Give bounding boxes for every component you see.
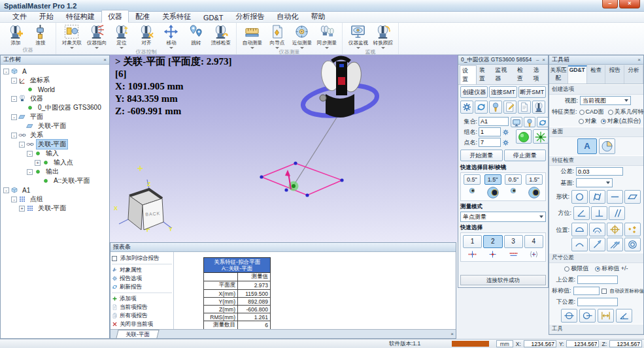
target-button-1[interactable]: 1.5" — [484, 174, 501, 185]
report-sidebar-item-7[interactable]: 当前项报告 — [112, 303, 172, 311]
quick-select-button-1[interactable]: 1 — [463, 235, 482, 248]
instrument-tab-0[interactable]: 设置 — [460, 65, 477, 84]
tree-item-9[interactable]: -输入 — [2, 149, 109, 158]
measured-plane[interactable] — [262, 163, 342, 195]
instrument-tab-4[interactable]: 选项 — [531, 65, 547, 84]
angularity-button[interactable] — [573, 206, 590, 220]
refresh-button[interactable] — [537, 117, 549, 127]
ribbon-button-instrument-pointing[interactable]: 仪器指向 — [84, 24, 109, 49]
quick-select-button-2[interactable]: 2 — [483, 235, 502, 248]
view-cube[interactable]: BACK Z X Y — [114, 180, 173, 232]
edit-doc-button[interactable] — [503, 101, 517, 114]
ribbon-button-add[interactable]: 添加 — [3, 24, 27, 47]
measure-pattern-1-icon[interactable] — [463, 249, 482, 259]
point-name-input[interactable] — [479, 138, 501, 147]
tree-expander-icon[interactable]: - — [3, 187, 9, 193]
tree-item-0[interactable]: -A — [2, 67, 109, 76]
close-button[interactable]: × — [619, 0, 640, 8]
circularity-button[interactable] — [571, 190, 588, 204]
instrument-close-icon[interactable]: × — [542, 57, 545, 63]
toolbox-tab-2[interactable]: 检查 — [587, 65, 606, 84]
tree-item-4[interactable]: -0_中圆仪器 GTS3600 — [2, 103, 109, 112]
instrument-tab-3[interactable]: 检查 — [515, 65, 531, 84]
total-runout-button[interactable] — [607, 238, 623, 251]
dim-mode-option-1[interactable]: 标称值 +/- — [595, 264, 628, 273]
doc-button[interactable] — [518, 101, 531, 114]
group-name-input[interactable] — [479, 127, 501, 136]
target-button-2[interactable]: 0.5" — [505, 174, 522, 185]
report-sidebar-item-0[interactable]: 添加到综合报告 — [112, 254, 172, 262]
instrument-top-button-1[interactable]: 连接SMT — [489, 86, 517, 98]
tree-item-5[interactable]: -平面 — [2, 112, 109, 121]
tree-item-12[interactable]: -A::关联-平面 — [2, 176, 109, 185]
profile-surface-button[interactable] — [571, 223, 588, 236]
toolbox-tab-4[interactable]: 分析 — [624, 65, 643, 84]
menu-item-4[interactable]: 配准 — [129, 10, 156, 22]
tree-expander-icon[interactable]: - — [11, 114, 17, 120]
datum-circle-button[interactable] — [599, 138, 615, 154]
refresh-button[interactable] — [475, 101, 488, 114]
menu-item-5[interactable]: 关系特征 — [156, 10, 197, 22]
tree-item-6[interactable]: -关联-平面 — [2, 121, 109, 131]
tree-expander-icon[interactable]: - — [27, 151, 33, 157]
upper-tolerance-input[interactable] — [577, 276, 618, 284]
dim-mode-option-0[interactable]: 极限值 — [564, 264, 588, 273]
straightness-button[interactable] — [607, 190, 623, 204]
menu-item-2[interactable]: 特征构建 — [60, 10, 101, 22]
cylindricity-button[interactable] — [589, 190, 605, 204]
menu-item-6[interactable]: GD&T — [197, 12, 229, 22]
instrument-top-button-2[interactable]: 断开SMT — [518, 86, 546, 98]
smr-large-icon[interactable] — [528, 186, 541, 199]
feature-type-option-radio-icon[interactable] — [579, 119, 584, 124]
instrument-top-button-0[interactable]: 创建仪器 — [460, 86, 488, 98]
group-spinner-icon[interactable] — [502, 129, 509, 136]
tree-item-3[interactable]: -仪器 — [2, 94, 109, 103]
nominal-input[interactable] — [573, 287, 600, 295]
menu-item-0[interactable]: 文件 — [7, 10, 33, 22]
perpendicularity-button[interactable] — [591, 206, 607, 220]
report-add-checkbox[interactable] — [112, 256, 117, 261]
tree-expander-icon[interactable]: - — [11, 197, 17, 202]
smr-small-icon[interactable] — [509, 186, 518, 195]
ribbon-button-instrument-monitor[interactable]: 仪器监视 — [346, 24, 370, 49]
report-sidebar-item-4[interactable]: 刷新报告 — [112, 283, 172, 291]
menu-item-9[interactable]: 帮助 — [305, 10, 331, 22]
tree-item-14[interactable]: -点组 — [2, 195, 109, 204]
parallelism-button[interactable] — [609, 206, 625, 220]
menu-item-7[interactable]: 分析报告 — [230, 10, 271, 22]
profile-line-button[interactable] — [589, 223, 605, 236]
active-point[interactable] — [292, 184, 296, 188]
distance-button[interactable] — [598, 309, 614, 323]
report-sidebar-item-9[interactable]: 关闭非当前项 — [112, 320, 172, 328]
radius-button[interactable] — [579, 309, 596, 323]
smr-large-icon[interactable] — [486, 186, 500, 199]
measure-mode-dropdown[interactable]: 单点测量 — [460, 212, 546, 222]
unit-box[interactable]: mm — [496, 340, 513, 347]
feature-type-option-1[interactable]: 关系几何特征 — [608, 108, 643, 116]
diameter-button[interactable] — [561, 309, 577, 323]
tree-expander-icon[interactable]: - — [11, 78, 17, 84]
concentricity-button[interactable] — [624, 238, 641, 251]
arc-button[interactable] — [571, 238, 588, 251]
ribbon-button-align[interactable]: 对齐 — [134, 24, 158, 49]
target-button-3[interactable]: 1.5" — [526, 174, 543, 185]
feature-type-option-1[interactable]: 对象(点拟合) — [601, 117, 641, 125]
menu-item-8[interactable]: 自动化 — [271, 10, 305, 22]
monitor-sm-button[interactable] — [511, 117, 522, 127]
viewport-3d[interactable]: BACK Z X Y > 关联-平面 [平面度: 2.973][6]X: 109… — [110, 55, 458, 242]
minimize-button[interactable]: – — [602, 0, 618, 8]
tree-expander-icon[interactable]: + — [35, 160, 41, 166]
tree-expander-icon[interactable]: - — [11, 96, 17, 102]
datum-dropdown[interactable] — [576, 178, 613, 187]
measure-pattern-3-icon[interactable] — [504, 249, 523, 259]
ribbon-button-sync-measure[interactable]: 同步测量 — [314, 24, 339, 49]
feature-type-option-radio-icon[interactable] — [601, 119, 606, 124]
gear-button[interactable] — [460, 101, 473, 114]
quick-select-button-3[interactable]: 3 — [504, 235, 523, 248]
feature-type-option-0[interactable]: 对象 — [579, 117, 597, 125]
green-ball-button[interactable] — [516, 129, 532, 144]
probe-button[interactable] — [489, 101, 502, 114]
ribbon-button-move[interactable]: 移动 — [159, 24, 183, 49]
x-coord-input[interactable] — [524, 340, 556, 347]
collection-input[interactable] — [479, 117, 509, 126]
